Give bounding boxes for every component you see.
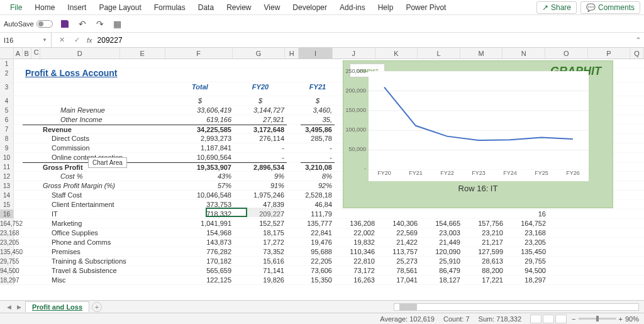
- col-header[interactable]: L: [418, 48, 460, 59]
- zoom-control[interactable]: − + 90%: [572, 315, 639, 323]
- menu-data[interactable]: Data: [192, 1, 220, 14]
- row-header[interactable]: 13: [0, 181, 14, 191]
- row-label: Misc: [40, 276, 121, 284]
- row-label: Office Supplies: [40, 228, 121, 237]
- menu-developer[interactable]: Developer: [286, 1, 333, 14]
- menu-page-layout[interactable]: Page Layout: [92, 1, 147, 14]
- col-header[interactable]: H: [285, 48, 299, 59]
- row-header[interactable]: 1: [0, 59, 14, 69]
- name-box[interactable]: I16▼: [0, 33, 52, 47]
- chart-tooltip: Chart Area: [88, 157, 127, 168]
- comments-button[interactable]: 💬Comments: [580, 1, 640, 14]
- row-header[interactable]: 94,500: [0, 266, 14, 276]
- row-header[interactable]: 6: [0, 115, 14, 125]
- row-label: Cost %: [40, 172, 121, 181]
- row-header[interactable]: 7: [0, 125, 14, 134]
- menu-view[interactable]: View: [258, 1, 287, 14]
- menu-power-pivot[interactable]: Power Pivot: [399, 1, 452, 14]
- row-label: Phone and Comms: [40, 238, 121, 247]
- sheet-nav-prev[interactable]: ◀: [5, 304, 13, 310]
- embedded-chart[interactable]: GRAPHIT GRAPHIT -50,000100,000150,000200…: [343, 60, 613, 208]
- zoom-level[interactable]: 90%: [625, 315, 639, 323]
- row-header[interactable]: 18,297: [0, 276, 14, 285]
- fx-icon[interactable]: fx: [87, 36, 92, 44]
- col-header[interactable]: A: [14, 48, 23, 59]
- autosave-toggle[interactable]: AutoSave: [4, 20, 53, 28]
- row-header[interactable]: 12: [0, 172, 14, 181]
- row-header[interactable]: 4: [0, 96, 14, 106]
- row-header[interactable]: 164,752: [0, 219, 14, 228]
- confirm-formula-icon[interactable]: ✓: [72, 36, 82, 44]
- sheet-nav-next[interactable]: ▶: [15, 304, 23, 310]
- row-header[interactable]: 16: [0, 209, 14, 219]
- view-page-break-button[interactable]: [555, 315, 567, 323]
- row-header[interactable]: 8: [0, 134, 14, 143]
- col-header[interactable]: D: [40, 48, 120, 59]
- col-header[interactable]: O: [545, 48, 588, 59]
- comment-icon: 💬: [586, 3, 596, 12]
- chart-plot-area: -50,000100,000150,000200,000250,000 FY20…: [369, 71, 589, 181]
- sheet-tabs-bar: ◀ ▶ Profit and Loss +: [0, 300, 644, 313]
- col-header[interactable]: I: [299, 48, 333, 59]
- col-header[interactable]: Q: [630, 48, 644, 59]
- menu-insert[interactable]: Insert: [61, 1, 92, 14]
- row-header[interactable]: 9: [0, 143, 14, 153]
- cancel-formula-icon[interactable]: ✕: [57, 36, 67, 44]
- sheet-tab[interactable]: Profit and Loss: [25, 301, 89, 312]
- row-label: Gross Profit Margin (%): [40, 181, 121, 190]
- col-header[interactable]: F: [165, 48, 233, 59]
- menu-home[interactable]: Home: [28, 1, 61, 14]
- status-count: Count: 7: [443, 315, 470, 323]
- col-header[interactable]: N: [502, 48, 545, 59]
- col-header[interactable]: M: [460, 48, 503, 59]
- menu-addins[interactable]: Add-ins: [333, 1, 372, 14]
- share-icon: ↗: [542, 3, 548, 12]
- horizontal-scrollbar[interactable]: [394, 303, 639, 311]
- view-normal-button[interactable]: [530, 315, 541, 323]
- col-header[interactable]: G: [233, 48, 286, 59]
- row-header[interactable]: 15: [0, 200, 14, 209]
- col-header[interactable]: P: [588, 48, 631, 59]
- undo-icon[interactable]: ↶: [77, 18, 88, 30]
- row-header[interactable]: 23,168: [0, 228, 14, 238]
- col-header[interactable]: B: [23, 48, 31, 59]
- row-label: Other Income: [40, 115, 121, 124]
- row-label: Direct Costs: [40, 134, 121, 143]
- share-button[interactable]: ↗Share: [536, 1, 577, 14]
- spreadsheet-grid[interactable]: A B C D E F G H I J K L M N O P Q 12Prof…: [0, 48, 644, 304]
- row-label: Training & Subscriptions: [40, 257, 121, 265]
- row-header[interactable]: 135,450: [0, 247, 14, 257]
- redo-icon[interactable]: ↷: [94, 18, 106, 30]
- menu-formulas[interactable]: Formulas: [148, 1, 192, 14]
- add-sheet-button[interactable]: +: [92, 302, 102, 312]
- col-header[interactable]: J: [333, 48, 375, 59]
- row-header[interactable]: 5: [0, 106, 14, 115]
- menu-review[interactable]: Review: [220, 1, 257, 14]
- zoom-out-icon[interactable]: −: [572, 315, 575, 323]
- dropdown-icon: ▼: [42, 37, 47, 43]
- row-label: Revenue: [40, 125, 121, 133]
- menu-help[interactable]: Help: [372, 1, 400, 14]
- row-header[interactable]: 2: [0, 69, 14, 82]
- col-header[interactable]: C: [31, 48, 40, 59]
- autosave-label: AutoSave: [4, 20, 34, 28]
- row-header[interactable]: 14: [0, 191, 14, 200]
- row-header[interactable]: 29,755: [0, 257, 14, 266]
- select-all-button[interactable]: [0, 48, 14, 59]
- touch-mode-icon[interactable]: ▦: [112, 18, 123, 30]
- page-title: Profit & Loss Account: [23, 69, 337, 82]
- save-icon[interactable]: [59, 18, 70, 30]
- row-header[interactable]: 23,205: [0, 238, 14, 247]
- view-page-layout-button[interactable]: [543, 315, 554, 323]
- row-header[interactable]: 10: [0, 153, 14, 162]
- col-header[interactable]: E: [120, 48, 165, 59]
- zoom-in-icon[interactable]: +: [619, 315, 623, 323]
- formula-input[interactable]: [97, 36, 628, 45]
- row-header[interactable]: 3: [0, 82, 14, 96]
- expand-formula-bar-icon[interactable]: ⌃: [633, 36, 644, 45]
- row-label: Premises: [40, 247, 121, 256]
- column-headers: A B C D E F G H I J K L M N O P Q: [0, 48, 644, 59]
- menu-file[interactable]: File: [4, 1, 28, 14]
- row-header[interactable]: 11: [0, 162, 14, 172]
- col-header[interactable]: K: [375, 48, 418, 59]
